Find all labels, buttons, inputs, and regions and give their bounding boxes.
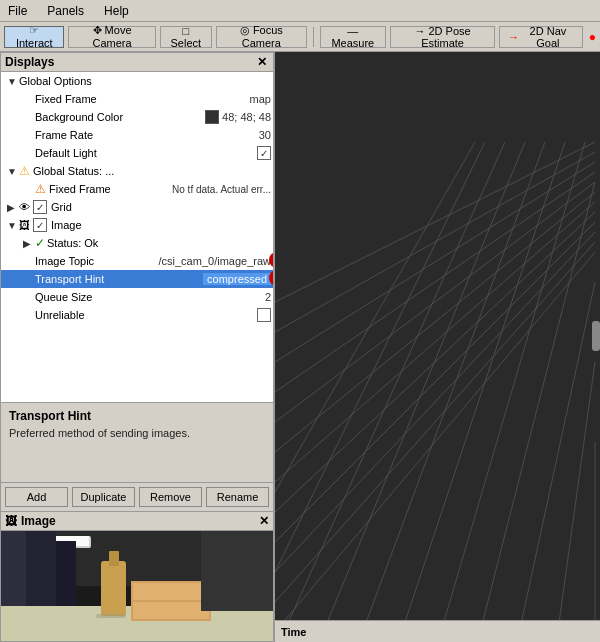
svg-rect-4 bbox=[1, 531, 26, 611]
description-area: Transport Hint Preferred method of sendi… bbox=[0, 403, 274, 483]
background-color-label: Background Color bbox=[35, 111, 205, 123]
add-button[interactable]: Add bbox=[5, 487, 68, 507]
displays-close-icon[interactable]: ✕ bbox=[255, 55, 269, 69]
grid-row[interactable]: ▶ 👁 ✓ Grid bbox=[1, 198, 273, 216]
transport-hint-row[interactable]: Transport Hint compressed 2 bbox=[1, 270, 273, 288]
transport-hint-value: compressed bbox=[203, 273, 271, 285]
fixed-frame-label: Fixed Frame bbox=[35, 93, 250, 105]
image-panel-icon: 🖼 bbox=[5, 514, 17, 528]
time-label: Time bbox=[281, 626, 306, 638]
fixed-frame-value: map bbox=[250, 93, 271, 105]
status-ok-row[interactable]: ▶ ✓ Status: Ok bbox=[1, 234, 273, 252]
fixed-frame-row[interactable]: Fixed Frame map bbox=[1, 90, 273, 108]
status-ok-arrow: ▶ bbox=[23, 238, 35, 249]
move-camera-button[interactable]: ✥ Move Camera bbox=[68, 26, 155, 48]
global-options-label: Global Options bbox=[19, 75, 271, 87]
3d-grid-svg bbox=[275, 52, 600, 620]
menubar: File Panels Help bbox=[0, 0, 600, 22]
error-icon: ⚠ bbox=[35, 182, 46, 196]
menu-panels[interactable]: Panels bbox=[43, 2, 88, 20]
image-panel-header: 🖼 Image ✕ bbox=[1, 512, 273, 531]
svg-rect-15 bbox=[275, 52, 600, 620]
image-label: Image bbox=[51, 219, 271, 231]
default-light-row[interactable]: Default Light ✓ bbox=[1, 144, 273, 162]
image-row[interactable]: ▼ 🖼 ✓ Image bbox=[1, 216, 273, 234]
time-bar: Time bbox=[275, 620, 600, 642]
pose-estimate-button[interactable]: → 2D Pose Estimate bbox=[390, 26, 495, 48]
fixed-frame-error-value: No tf data. Actual err... bbox=[172, 184, 271, 195]
tree-container[interactable]: ▼ Global Options Fixed Frame map Backgro… bbox=[0, 72, 274, 403]
camera-image-svg bbox=[1, 531, 273, 641]
measure-button[interactable]: — Measure bbox=[320, 26, 387, 48]
eye-icon: 👁 bbox=[19, 201, 30, 213]
svg-rect-5 bbox=[26, 531, 56, 611]
select-button[interactable]: □ Select bbox=[160, 26, 212, 48]
menu-file[interactable]: File bbox=[4, 2, 31, 20]
toolbar: ☞ Interact ✥ Move Camera □ Select ◎ Focu… bbox=[0, 22, 600, 52]
background-color-row[interactable]: Background Color 48; 48; 48 bbox=[1, 108, 273, 126]
frame-rate-label: Frame Rate bbox=[35, 129, 259, 141]
nav-goal-button[interactable]: → 2D Nav Goal bbox=[499, 26, 583, 48]
unreliable-row[interactable]: Unreliable bbox=[1, 306, 273, 324]
svg-rect-6 bbox=[56, 541, 76, 611]
global-options-arrow: ▼ bbox=[7, 76, 19, 87]
global-status-arrow: ▼ bbox=[7, 166, 19, 177]
checkmark-icon: ✓ bbox=[35, 236, 45, 250]
image-panel: 🖼 Image ✕ bbox=[0, 512, 274, 642]
menu-help[interactable]: Help bbox=[100, 2, 133, 20]
toolbar-separator-1 bbox=[313, 27, 314, 47]
image-panel-title: Image bbox=[21, 514, 56, 528]
fixed-frame-error-row[interactable]: ⚠ Fixed Frame No tf data. Actual err... bbox=[1, 180, 273, 198]
global-options-row[interactable]: ▼ Global Options bbox=[1, 72, 273, 90]
displays-panel-header: Displays ✕ bbox=[0, 52, 274, 72]
svg-rect-14 bbox=[201, 531, 273, 611]
goal-icon: ● bbox=[589, 30, 596, 44]
warning-icon: ⚠ bbox=[19, 164, 30, 178]
default-light-label: Default Light bbox=[35, 147, 257, 159]
status-ok-label: Status: Ok bbox=[47, 237, 271, 249]
rename-button[interactable]: Rename bbox=[206, 487, 269, 507]
fixed-frame-error-label: Fixed Frame bbox=[49, 183, 172, 195]
description-text: Preferred method of sending images. bbox=[9, 427, 265, 439]
grid-label: Grid bbox=[51, 201, 271, 213]
frame-rate-value: 30 bbox=[259, 129, 271, 141]
transport-hint-label: Transport Hint bbox=[35, 273, 203, 285]
svg-rect-13 bbox=[96, 614, 126, 618]
frame-rate-row[interactable]: Frame Rate 30 bbox=[1, 126, 273, 144]
image-topic-row[interactable]: Image Topic /csi_cam_0/image_raw 1 bbox=[1, 252, 273, 270]
scroll-handle[interactable] bbox=[592, 321, 600, 351]
grid-checkbox[interactable]: ✓ bbox=[33, 200, 47, 214]
image-panel-close[interactable]: ✕ bbox=[259, 514, 269, 528]
focus-camera-button[interactable]: ◎ Focus Camera bbox=[216, 26, 307, 48]
image-content bbox=[1, 531, 273, 641]
queue-size-value: 2 bbox=[265, 291, 271, 303]
global-status-row[interactable]: ▼ ⚠ Global Status: ... bbox=[1, 162, 273, 180]
global-status-label: Global Status: ... bbox=[33, 165, 271, 177]
remove-button[interactable]: Remove bbox=[139, 487, 202, 507]
image-topic-label: Image Topic bbox=[35, 255, 159, 267]
color-swatch bbox=[205, 110, 219, 124]
svg-rect-9 bbox=[109, 551, 119, 566]
duplicate-button[interactable]: Duplicate bbox=[72, 487, 135, 507]
displays-title: Displays bbox=[5, 55, 54, 69]
default-light-checkbox[interactable]: ✓ bbox=[257, 146, 271, 160]
background-color-value: 48; 48; 48 bbox=[222, 111, 271, 123]
grid-arrow: ▶ bbox=[7, 202, 19, 213]
image-arrow: ▼ bbox=[7, 220, 19, 231]
unreliable-checkbox[interactable] bbox=[257, 308, 271, 322]
interact-button[interactable]: ☞ Interact bbox=[4, 26, 64, 48]
image-checkbox[interactable]: ✓ bbox=[33, 218, 47, 232]
image-topic-value: /csi_cam_0/image_raw bbox=[159, 255, 272, 267]
unreliable-label: Unreliable bbox=[35, 309, 257, 321]
image-eye-icon: 🖼 bbox=[19, 219, 30, 231]
queue-size-label: Queue Size bbox=[35, 291, 265, 303]
camera-scene: 1 2 bbox=[275, 52, 600, 620]
bottom-buttons: Add Duplicate Remove Rename bbox=[0, 483, 274, 512]
description-title: Transport Hint bbox=[9, 409, 265, 423]
svg-rect-8 bbox=[101, 561, 126, 616]
queue-size-row[interactable]: Queue Size 2 bbox=[1, 288, 273, 306]
